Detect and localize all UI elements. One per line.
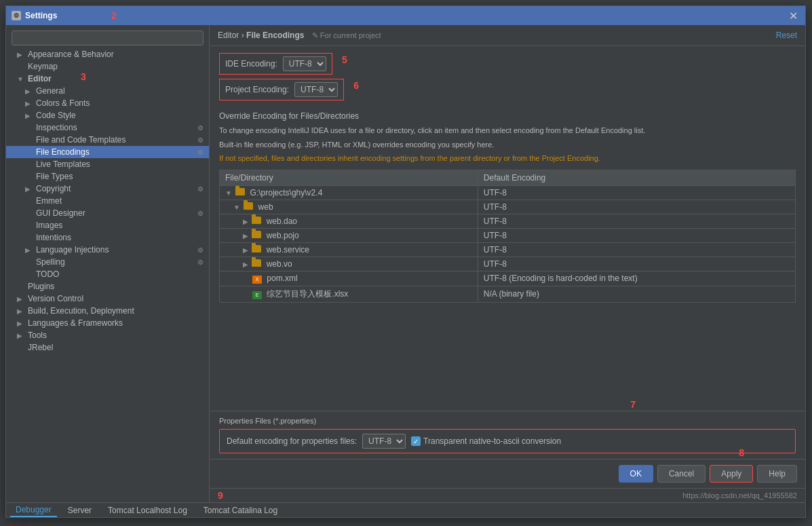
annotation-9: 9 (218, 490, 223, 501)
cancel-button[interactable]: Cancel (657, 465, 705, 483)
table-row[interactable]: ▼ web UTF-8 (220, 200, 796, 214)
table-row[interactable]: ▼ G:\projects\ghy\v2.4 UTF-8 (220, 185, 796, 200)
sidebar-item-colors-fonts[interactable]: Colors & Fonts (6, 97, 209, 109)
sidebar-label-lang-inject: Language Injections (36, 245, 109, 255)
debug-tab-server[interactable]: Server (62, 504, 97, 516)
sidebar-item-build-exec[interactable]: Build, Execution, Deployment (6, 305, 209, 317)
sidebar-label-colors: Colors & Fonts (36, 98, 90, 108)
sidebar-item-intentions[interactable]: Intentions (6, 231, 209, 244)
expand-arrow-build (17, 307, 25, 315)
sidebar-item-keymap[interactable]: Keymap (6, 60, 209, 73)
properties-section: Properties Files (*.properties) Default … (210, 411, 805, 459)
annotation-3: 3 (81, 71, 86, 82)
settings-dialog: ⚙ Settings ✕ 2 Appearance & Behavior Key… (5, 5, 806, 518)
table-row[interactable]: ▶ web.pojo UTF-8 (220, 228, 796, 242)
sidebar-label-live-templates: Live Templates (36, 159, 90, 169)
apply-button[interactable]: Apply (710, 465, 753, 483)
table-row[interactable]: ▶ web.vo UTF-8 (220, 257, 796, 271)
ok-button[interactable]: OK (619, 465, 653, 483)
project-encoding-wrapper: Project Encoding: UTF-8 6 (219, 79, 344, 105)
properties-label: Default encoding for properties files: (227, 436, 357, 446)
sidebar-item-file-types[interactable]: File Types (6, 170, 209, 183)
sidebar-label-code-style: Code Style (36, 111, 76, 120)
sidebar-label-file-types: File Types (36, 172, 73, 181)
sidebar-item-spelling[interactable]: Spelling ⚙ (6, 256, 209, 268)
inspections-settings-icon: ⚙ (197, 124, 204, 132)
sidebar-label-jrebel: JRebel (28, 343, 53, 352)
sidebar-label-general: General (36, 86, 65, 96)
search-input[interactable] (12, 31, 204, 45)
expand-arrow-appearance (17, 51, 25, 58)
folder-icon (235, 188, 245, 195)
debug-tab-tomcat-catalina[interactable]: Tomcat Catalina Log (198, 504, 283, 516)
url-text: https://blog.csdn.net/qq_41955582 (682, 491, 797, 500)
button-bar: 8 OK Cancel Apply Help (210, 459, 805, 488)
encoding-cell: UTF-8 (478, 185, 795, 200)
sidebar-item-inspections[interactable]: Inspections ⚙ (6, 121, 209, 134)
sidebar-label-images: Images (36, 221, 62, 230)
project-encoding-label: Project Encoding: (225, 85, 289, 94)
expand-icon: ▼ (225, 189, 232, 197)
debug-tab-debugger[interactable]: Debugger (10, 504, 57, 517)
folder-icon (252, 245, 261, 252)
project-encoding-select[interactable]: UTF-8 (294, 82, 338, 97)
file-cell: X pom.xml (220, 271, 478, 286)
table-row[interactable]: ▶ web.service UTF-8 (220, 242, 796, 257)
checkbox-wrapper[interactable]: ✓ Transparent native-to-ascii conversion (411, 436, 561, 446)
transparent-checkbox[interactable]: ✓ (411, 436, 421, 446)
sidebar-item-general[interactable]: General (6, 85, 209, 97)
ide-encoding-section: IDE Encoding: UTF-8 (219, 53, 332, 75)
sidebar-label-keymap: Keymap (28, 62, 58, 71)
encoding-cell: UTF-8 (478, 257, 795, 271)
debug-tab-tomcat-localhost[interactable]: Tomcat Localhost Log (102, 504, 193, 516)
sidebar-item-code-style[interactable]: Code Style (6, 109, 209, 121)
expand-icon: ▼ (233, 204, 240, 211)
expand-arrow-copyright (25, 185, 33, 193)
sidebar-label-vc: Version Control (28, 294, 83, 303)
properties-encoding-select[interactable]: UTF-8 (362, 434, 406, 449)
ide-encoding-select[interactable]: UTF-8 (283, 56, 326, 71)
encoding-cell: N/A (binary file) (478, 286, 795, 302)
file-cell: ▶ web.dao (220, 214, 478, 228)
sidebar-item-copyright[interactable]: Copyright ⚙ (6, 183, 209, 195)
expand-arrow-general (25, 88, 33, 95)
sidebar-item-todo[interactable]: TODO (6, 268, 209, 280)
sidebar-item-editor[interactable]: Editor 3 (6, 73, 209, 85)
sidebar-label-editor: Editor (28, 74, 52, 83)
copyright-settings-icon: ⚙ (197, 185, 204, 193)
sidebar-item-version-control[interactable]: Version Control (6, 293, 209, 305)
panel-content: IDE Encoding: UTF-8 5 Project Encoding: … (210, 46, 805, 411)
file-cell: ▶ web.vo (220, 257, 478, 271)
expand-arrow-colors (25, 100, 33, 107)
override-title: Override Encoding for Files/Directories (219, 111, 796, 121)
sidebar-item-language-injections[interactable]: Language Injections ⚙ (6, 244, 209, 256)
sidebar-item-appearance[interactable]: Appearance & Behavior (6, 48, 209, 60)
ide-encoding-label: IDE Encoding: (225, 59, 277, 69)
sidebar-item-gui-designer[interactable]: GUI Designer ⚙ (6, 207, 209, 219)
title-bar-left: ⚙ Settings (12, 11, 57, 20)
folder-icon (244, 202, 253, 210)
sidebar-item-languages[interactable]: Languages & Frameworks (6, 317, 209, 329)
expand-icon: ▶ (243, 218, 248, 225)
annotation-2: 2 (111, 10, 117, 21)
file-cell: ▶ web.service (220, 242, 478, 257)
encoding-cell: UTF-8 (478, 200, 795, 214)
sidebar-item-emmet[interactable]: Emmet (6, 195, 209, 207)
sidebar-item-images[interactable]: Images (6, 219, 209, 231)
sidebar-item-file-code-templates[interactable]: File and Code Templates ⚙ (6, 134, 209, 146)
reset-button[interactable]: Reset (776, 31, 797, 40)
file-cell: ▶ web.pojo (220, 228, 478, 242)
table-row[interactable]: ▶ web.dao UTF-8 (220, 214, 796, 228)
debug-bar: Debugger Server Tomcat Localhost Log Tom… (6, 502, 805, 517)
help-button[interactable]: Help (757, 465, 797, 483)
sidebar-item-live-templates[interactable]: Live Templates (6, 158, 209, 170)
sidebar-item-plugins[interactable]: Plugins (6, 280, 209, 293)
sidebar-item-file-encodings[interactable]: File Encodings ⚙ 4 (6, 146, 209, 158)
sidebar-label-todo: TODO (36, 269, 59, 279)
table-row[interactable]: E 综艺节目导入模板.xlsx N/A (binary file) (220, 286, 796, 302)
sidebar-item-jrebel[interactable]: JRebel (6, 341, 209, 354)
close-button[interactable]: ✕ (786, 9, 800, 22)
sidebar-item-tools[interactable]: Tools (6, 329, 209, 341)
panel-header: Editor › File Encodings ✎ For current pr… (210, 25, 805, 46)
table-row[interactable]: X pom.xml UTF-8 (Encoding is hard-coded … (220, 271, 796, 286)
